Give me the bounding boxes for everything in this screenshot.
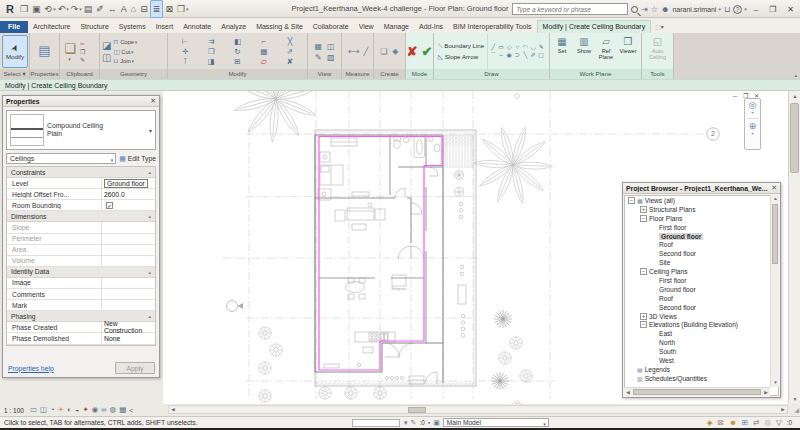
user-caret-icon[interactable]: ▾	[718, 6, 721, 12]
help-icon[interactable]: ?	[733, 5, 742, 14]
restore-button[interactable]: ❐	[765, 5, 780, 14]
username[interactable]: narani.srimani	[672, 6, 716, 13]
tree-item-ceiling-ground-floor[interactable]: Ground floor	[625, 285, 778, 294]
zoom-icon[interactable]: ⊕	[749, 122, 757, 131]
cut-geometry-icon[interactable]: ◪	[102, 40, 111, 51]
vcb-collapse-icon[interactable]: <	[129, 407, 133, 414]
zoom-caret-icon[interactable]: ▾	[751, 132, 753, 136]
draw-tool-icon[interactable]: ✎	[538, 44, 544, 51]
user-avatar-icon[interactable]: ☻	[661, 5, 669, 14]
tree-item-structural-plans[interactable]: +Structural Plans	[625, 205, 778, 214]
tab-add-ins[interactable]: Add-Ins	[414, 21, 448, 33]
editing-requests-icon[interactable]: ✎	[411, 419, 417, 427]
selection-filter-icon[interactable]: ▽	[776, 418, 782, 427]
thin-lines-icon[interactable]: ≣	[150, 0, 164, 18]
property-row-room-bounding[interactable]: Room Bounding ✓	[7, 200, 155, 211]
modify-tool-icon[interactable]: ❐	[201, 47, 221, 56]
draw-tool-icon[interactable]: ╲	[522, 52, 528, 59]
canvas-horizontal-scrollbar[interactable]: ◀ ▶	[168, 405, 788, 414]
modify-tool-icon[interactable]: ◧	[227, 37, 247, 46]
signin-icon[interactable]: ⇥	[641, 5, 648, 14]
create-tool-icon[interactable]: ◈	[392, 47, 400, 56]
properties-close-icon[interactable]: ✕	[150, 97, 156, 105]
link-select-icon[interactable]: ⊞	[742, 418, 748, 427]
tab-architecture[interactable]: Architecture	[28, 21, 75, 33]
tab-massing-site[interactable]: Massing & Site	[251, 21, 308, 33]
draw-tool-icon[interactable]: ◡	[530, 44, 536, 51]
tab-view[interactable]: View	[354, 21, 379, 33]
copy-icon[interactable]: ❐	[80, 48, 85, 55]
tab-manage[interactable]: Manage	[379, 21, 414, 33]
properties-help-link[interactable]: Properties help	[8, 365, 54, 372]
modify-tool-icon[interactable]: ▦	[254, 47, 274, 56]
save-icon[interactable]: ▣	[30, 1, 43, 17]
property-row-height-offset[interactable]: Height Offset Fro... 2600.0	[7, 189, 155, 200]
modify-tool-icon[interactable]: ⌐	[254, 37, 274, 46]
section-icon[interactable]: ⊟	[138, 1, 150, 17]
view-control-icon[interactable]: ◫	[40, 405, 47, 415]
property-row-phase-demolished[interactable]: Phase Demolished None	[7, 333, 155, 344]
property-row-phase-created[interactable]: Phase Created New Construction	[7, 322, 155, 333]
text-icon[interactable]: A	[119, 1, 129, 17]
draw-tool-icon[interactable]: ◇	[506, 44, 512, 51]
finish-sketch-button[interactable]: ✔	[422, 44, 433, 59]
modify-tool-icon[interactable]: ⊺	[175, 57, 195, 66]
browser-scroll-up-icon[interactable]: ▲	[771, 195, 780, 203]
tree-item-views-all[interactable]: −▦Views (all)	[625, 196, 778, 205]
tree-item-elevations[interactable]: −Elevations (Building Elevation)	[625, 320, 778, 329]
browser-scroll-down-icon[interactable]: ▼	[771, 379, 780, 387]
tree-item-north[interactable]: North	[625, 338, 778, 347]
viewer-button[interactable]: ❒Viewer	[617, 34, 639, 69]
editable-only-icon[interactable]: ☻	[729, 418, 737, 427]
tree-item-legends[interactable]: ▤Legends	[625, 365, 778, 374]
browser-hscroll-thumb[interactable]	[633, 389, 761, 395]
browser-scroll-right-icon[interactable]: ▶	[762, 388, 770, 397]
tab-bim-interoperability[interactable]: BIM Interoperability Tools	[448, 21, 536, 33]
vertical-scroll-thumb[interactable]	[790, 103, 799, 173]
grid-bubble-2[interactable]: 2	[707, 128, 719, 140]
measure-tool-icon[interactable]: ╱	[363, 47, 368, 56]
view-tool-icon[interactable]: ◫	[327, 42, 336, 51]
draw-tool-icon[interactable]: ▭	[498, 44, 504, 51]
ceiling-sketch-boundary[interactable]	[319, 136, 442, 370]
background-process-icon[interactable]: ◎	[764, 418, 771, 427]
tree-item-ceiling-first-floor[interactable]: First floor	[625, 276, 778, 285]
elevation-marker[interactable]	[227, 301, 244, 312]
default-3d-view-icon[interactable]: ⌂	[129, 1, 138, 17]
set-work-plane-button[interactable]: ▦Set	[551, 34, 573, 69]
tab-structure[interactable]: Structure	[75, 21, 113, 33]
tree-item-south[interactable]: South	[625, 347, 778, 356]
view-tool-icon[interactable]: ✎	[314, 53, 323, 62]
tree-item-roof[interactable]: Roof	[625, 240, 778, 249]
canvas-vertical-scrollbar[interactable]: ▲ ▼	[788, 91, 800, 404]
project-browser-header[interactable]: Project Browser - Project1_Keerthana_We.…	[623, 183, 780, 194]
browser-scroll-left-icon[interactable]: ◀	[624, 388, 632, 397]
slope-arrow-option[interactable]: ◺ Slope Arrow	[438, 53, 484, 61]
tab-insert[interactable]: Insert	[151, 21, 179, 33]
resize-grip[interactable]: ◢	[788, 404, 800, 416]
tree-item-floor-plans[interactable]: −Floor Plans	[625, 214, 778, 223]
tab-systems[interactable]: Systems	[114, 21, 151, 33]
tree-item-west[interactable]: West	[625, 356, 778, 365]
draw-tool-icon[interactable]: ✐	[530, 52, 536, 59]
draw-tool-icon[interactable]: ○	[514, 44, 520, 51]
match-type-icon[interactable]: ✎	[80, 56, 85, 63]
tree-item-site[interactable]: Site	[625, 258, 778, 267]
view-control-icon[interactable]: ◍	[110, 405, 117, 415]
draw-tool-icon[interactable]: ⊃	[514, 52, 520, 59]
minimize-button[interactable]: –	[750, 5, 762, 14]
modify-tool-icon[interactable]: ▱	[254, 57, 274, 66]
cut-icon[interactable]: ✂	[80, 40, 85, 47]
draw-tool-icon[interactable]: ╱	[490, 44, 496, 51]
properties-toggle-button[interactable]: ▤	[31, 34, 58, 68]
project-browser-close-icon[interactable]: ✕	[771, 184, 777, 192]
modify-tool-icon[interactable]: ⊢	[175, 37, 195, 46]
tree-item-ceiling-roof[interactable]: Roof	[625, 294, 778, 303]
qat-customize-caret-icon[interactable]: ▾	[186, 6, 189, 12]
ribbon-collapse-icon[interactable]: ▴	[794, 72, 797, 78]
draw-tool-icon[interactable]: ⌒	[490, 52, 496, 59]
property-row-image[interactable]: Image	[7, 278, 155, 289]
hscroll-left-icon[interactable]: ◀	[169, 406, 177, 414]
workset-caret-icon[interactable]: ▾	[404, 419, 408, 427]
cut-button[interactable]: ◫ Cut ▾	[113, 48, 137, 56]
